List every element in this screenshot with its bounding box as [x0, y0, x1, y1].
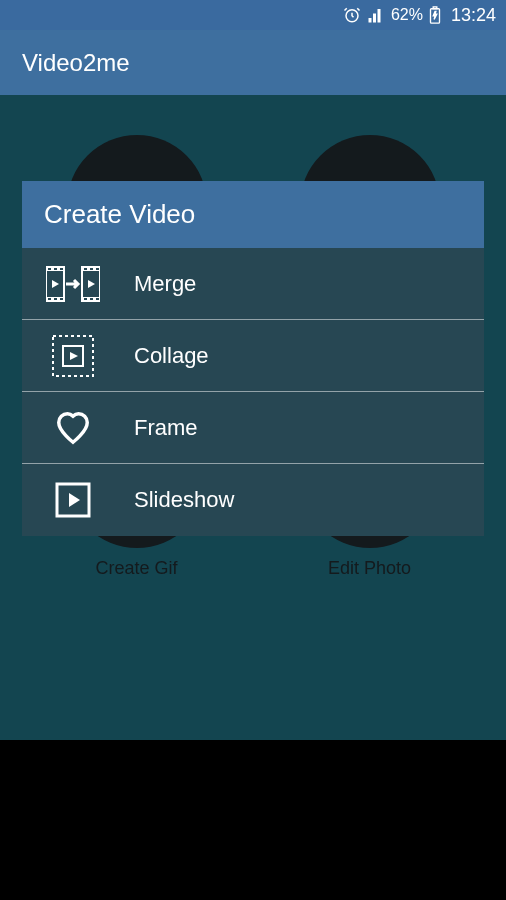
- svg-rect-26: [90, 268, 93, 270]
- svg-rect-28: [84, 298, 87, 300]
- dialog-item-frame[interactable]: Frame: [22, 392, 484, 464]
- battery-text: 62%: [391, 6, 423, 24]
- app-bar: Video2me: [0, 30, 506, 95]
- dialog-item-label: Frame: [134, 415, 198, 441]
- alarm-icon: [343, 6, 361, 24]
- clock-text: 13:24: [451, 5, 496, 26]
- svg-rect-2: [433, 7, 437, 9]
- dialog-item-label: Slideshow: [134, 487, 234, 513]
- svg-rect-27: [96, 268, 99, 270]
- svg-rect-29: [90, 298, 93, 300]
- dialog-item-slideshow[interactable]: Slideshow: [22, 464, 484, 536]
- app-title: Video2me: [22, 49, 130, 77]
- svg-rect-16: [48, 268, 51, 270]
- main-content: Create Video Edit Video GIF Create Gif: [0, 95, 506, 740]
- battery-icon: [429, 6, 441, 24]
- status-bar: 62% 13:24: [0, 0, 506, 30]
- dialog-item-merge[interactable]: Merge: [22, 248, 484, 320]
- create-video-dialog: Create Video: [22, 181, 484, 536]
- svg-rect-25: [84, 268, 87, 270]
- svg-rect-20: [54, 298, 57, 300]
- dialog-item-label: Collage: [134, 343, 209, 369]
- signal-icon: [367, 6, 385, 24]
- dialog-item-label: Merge: [134, 271, 196, 297]
- svg-rect-30: [96, 298, 99, 300]
- merge-icon: [46, 263, 100, 305]
- frame-icon: [46, 409, 100, 447]
- collage-icon: [46, 334, 100, 378]
- svg-rect-21: [60, 298, 63, 300]
- slideshow-icon: [46, 480, 100, 520]
- dialog-list: Merge Collage Frame: [22, 248, 484, 536]
- dialog-item-collage[interactable]: Collage: [22, 320, 484, 392]
- svg-rect-17: [54, 268, 57, 270]
- svg-rect-19: [48, 298, 51, 300]
- dialog-title: Create Video: [22, 181, 484, 248]
- nav-bar: [0, 740, 506, 900]
- svg-rect-18: [60, 268, 63, 270]
